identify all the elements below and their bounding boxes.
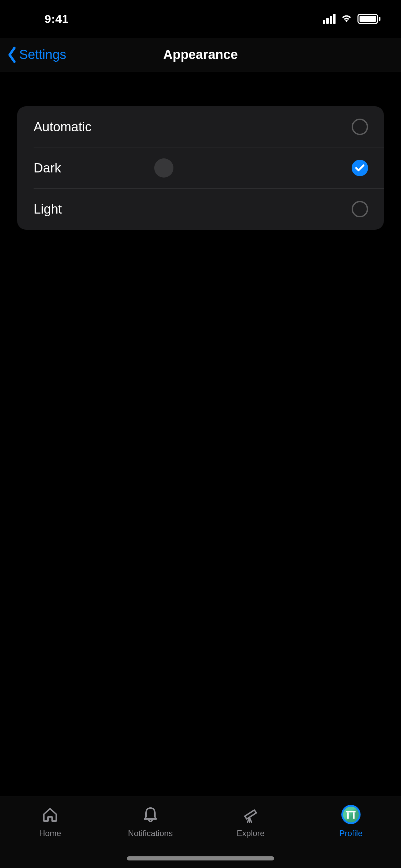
tab-label: Notifications bbox=[128, 829, 173, 838]
radio-unselected-icon bbox=[352, 201, 368, 217]
tab-label: Profile bbox=[339, 829, 363, 838]
option-label: Light bbox=[34, 202, 62, 217]
radio-unselected-icon bbox=[352, 119, 368, 135]
option-automatic[interactable]: Automatic bbox=[17, 106, 384, 147]
back-button[interactable]: Settings bbox=[7, 47, 66, 63]
option-label: Dark bbox=[34, 161, 61, 176]
appearance-options-list: Automatic Dark Light bbox=[17, 106, 384, 230]
tab-home[interactable]: Home bbox=[0, 805, 100, 838]
option-label: Automatic bbox=[34, 120, 92, 134]
page-title: Appearance bbox=[163, 47, 238, 62]
tab-label: Home bbox=[39, 829, 61, 838]
cellular-icon bbox=[323, 14, 336, 24]
checkmark-icon bbox=[355, 164, 365, 172]
navigation-bar: Settings Appearance bbox=[0, 38, 401, 72]
telescope-icon bbox=[241, 805, 260, 824]
battery-icon bbox=[357, 14, 380, 24]
tab-profile[interactable]: Profile bbox=[301, 805, 401, 838]
touch-ripple bbox=[154, 158, 173, 178]
content: Automatic Dark Light bbox=[0, 72, 401, 230]
status-indicators bbox=[323, 14, 380, 24]
status-bar: 9:41 bbox=[0, 0, 401, 38]
wifi-icon bbox=[340, 14, 353, 24]
avatar-icon bbox=[341, 805, 361, 824]
tab-notifications[interactable]: Notifications bbox=[100, 805, 201, 838]
back-label: Settings bbox=[19, 47, 66, 62]
radio-selected-icon bbox=[352, 160, 368, 176]
avatar bbox=[341, 805, 361, 824]
bell-icon bbox=[141, 805, 160, 824]
home-indicator[interactable] bbox=[127, 856, 274, 860]
chevron-left-icon bbox=[7, 47, 17, 63]
option-dark[interactable]: Dark bbox=[17, 147, 384, 189]
tab-label: Explore bbox=[237, 829, 265, 838]
home-icon bbox=[40, 805, 60, 824]
option-light[interactable]: Light bbox=[17, 189, 384, 230]
tab-explore[interactable]: Explore bbox=[200, 805, 301, 838]
status-time: 9:41 bbox=[45, 12, 69, 26]
